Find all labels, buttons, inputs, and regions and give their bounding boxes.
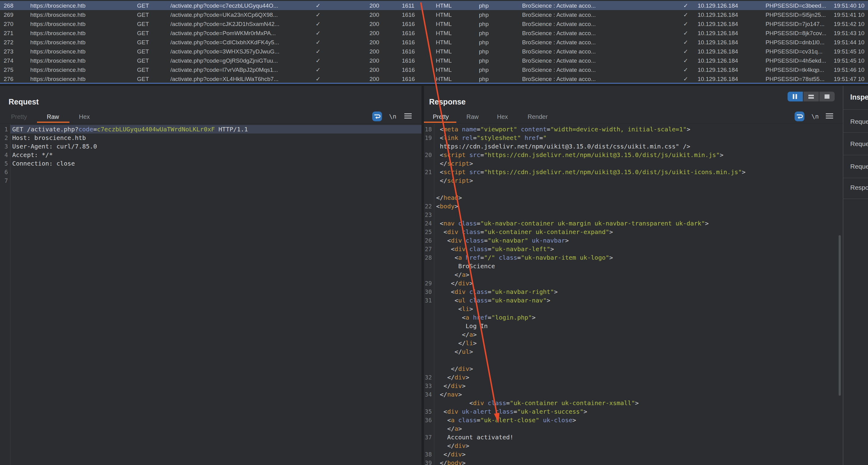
- cell-status: 200: [369, 56, 397, 65]
- cell-status: 200: [369, 1, 397, 10]
- layout-columns-button[interactable]: [787, 92, 803, 101]
- tab-raw[interactable]: Raw: [466, 113, 479, 120]
- line-number: 18: [424, 125, 432, 134]
- line-number: 1: [0, 125, 8, 134]
- line-number: 25: [424, 228, 432, 236]
- word-wrap-button[interactable]: [795, 111, 804, 121]
- line-number: 20: [424, 151, 432, 159]
- cell-params: ✓: [312, 1, 324, 10]
- inspector-section-0[interactable]: Reque: [850, 118, 868, 125]
- tab-render[interactable]: Render: [528, 113, 548, 120]
- code-line: </a>: [436, 330, 476, 339]
- inspector-section-3[interactable]: Respo: [850, 184, 868, 191]
- cell-mime: HTML: [436, 28, 475, 38]
- cell-params: ✓: [312, 10, 324, 19]
- response-gutter-separator: [434, 124, 434, 465]
- tab-hex[interactable]: Hex: [497, 113, 508, 120]
- vertical-splitter[interactable]: [422, 86, 424, 465]
- response-active-tab-underline: [424, 122, 456, 123]
- inspector-divider: [843, 178, 868, 178]
- cell-params: ✓: [312, 65, 324, 74]
- code-line: Connection: close: [12, 159, 75, 168]
- request-active-tab-underline: [37, 122, 69, 123]
- inspector-section-2[interactable]: Reque: [850, 163, 868, 170]
- line-number: 24: [424, 219, 432, 228]
- cell-length: 1616: [402, 10, 432, 19]
- editor-menu-button[interactable]: [826, 113, 833, 119]
- code-line: Host: broscience.htb: [12, 134, 86, 142]
- line-number: 4: [0, 151, 8, 159]
- cell-method: GET: [137, 19, 167, 28]
- inspector-divider: [843, 155, 868, 155]
- line-number: [424, 322, 432, 330]
- history-row-270[interactable]: 270https://broscience.htbGET/activate.ph…: [0, 19, 868, 28]
- cell-tls: ✓: [680, 1, 692, 10]
- cell-num: 270: [4, 19, 28, 28]
- cell-length: 1616: [402, 47, 432, 56]
- cell-title: BroScience : Activate acco...: [522, 19, 678, 28]
- line-number: [424, 339, 432, 347]
- history-row-275[interactable]: 275https://broscience.htbGET/activate.ph…: [0, 65, 868, 74]
- word-wrap-icon: [372, 111, 382, 121]
- layout-stacked-button[interactable]: [803, 92, 819, 101]
- horizontal-splitter[interactable]: [0, 84, 868, 86]
- request-panel: Request PrettyRawHex \n 1GET /activate.p…: [0, 86, 422, 465]
- history-row-276[interactable]: 276https://broscience.htbGET/activate.ph…: [0, 74, 868, 84]
- cell-ip: 10.129.126.184: [698, 10, 762, 19]
- history-row-272[interactable]: 272https://broscience.htbGET/activate.ph…: [0, 38, 868, 47]
- tab-pretty[interactable]: Pretty: [433, 113, 449, 120]
- cell-status: 200: [369, 28, 397, 38]
- show-newlines-button[interactable]: \n: [389, 113, 396, 120]
- line-number: [424, 356, 432, 364]
- code-line: </a>: [436, 270, 469, 279]
- cell-time: 19:51:47 10: [834, 74, 868, 84]
- show-newlines-button[interactable]: \n: [811, 113, 819, 120]
- line-number: 5: [0, 159, 8, 168]
- editor-menu-button[interactable]: [404, 113, 412, 119]
- line-number: [424, 193, 432, 202]
- cell-title: BroScience : Activate acco...: [522, 47, 678, 56]
- code-line: </nav>: [436, 390, 462, 399]
- line-number: [424, 424, 432, 433]
- line-number: 28: [424, 253, 432, 262]
- request-gutter-separator: [10, 124, 10, 465]
- cell-title: BroScience : Activate acco...: [522, 74, 678, 84]
- cell-num: 269: [4, 10, 28, 19]
- tab-hex[interactable]: Hex: [79, 113, 90, 120]
- word-wrap-button[interactable]: [372, 111, 382, 121]
- history-row-269[interactable]: 269https://broscience.htbGET/activate.ph…: [0, 10, 868, 19]
- cell-ext: php: [479, 19, 519, 28]
- cell-ip: 10.129.126.184: [698, 28, 762, 38]
- inspector-divider: [843, 132, 868, 133]
- history-row-268[interactable]: 268https://broscience.htbGET/activate.ph…: [0, 1, 868, 10]
- layout-single-button[interactable]: [819, 92, 835, 101]
- cell-mime: HTML: [436, 1, 475, 10]
- code-line: <a class="uk-alert-close" uk-close>: [436, 416, 576, 424]
- cell-path: /activate.php?code=PomWKMr0rMxPA...: [170, 28, 310, 38]
- line-number: [424, 347, 432, 356]
- inspector-section-1[interactable]: Reque: [850, 140, 868, 147]
- cell-ext: php: [479, 1, 519, 10]
- http-history-table[interactable]: 268https://broscience.htbGET/activate.ph…: [0, 0, 868, 84]
- cell-status: 200: [369, 47, 397, 56]
- cell-cookies: PHPSESSID=tk4kqp...: [766, 65, 832, 74]
- cell-time: 19:51:46 10: [834, 65, 868, 74]
- line-number: [424, 270, 432, 279]
- cell-ext: php: [479, 56, 519, 65]
- history-row-271[interactable]: 271https://broscience.htbGET/activate.ph…: [0, 28, 868, 38]
- code-line: <script src="https://cdn.jsdelivr.net/np…: [436, 168, 745, 176]
- tab-raw[interactable]: Raw: [47, 113, 59, 120]
- tab-pretty[interactable]: Pretty: [11, 113, 27, 120]
- cell-params: ✓: [312, 47, 324, 56]
- response-scrollbar[interactable]: [839, 235, 841, 396]
- cell-time: 19:51:41 10: [834, 10, 868, 19]
- line-number: 3: [0, 142, 8, 151]
- code-line: <div class="uk-navbar-left">: [436, 245, 554, 253]
- code-line: </div>: [436, 441, 469, 450]
- history-row-273[interactable]: 273https://broscience.htbGET/activate.ph…: [0, 47, 868, 56]
- history-row-274[interactable]: 274https://broscience.htbGET/activate.ph…: [0, 56, 868, 65]
- line-number: [424, 399, 432, 407]
- cell-ip: 10.129.126.184: [698, 38, 762, 47]
- cell-cookies: PHPSESSID=8jk7cov...: [766, 28, 832, 38]
- cell-length: 1616: [402, 19, 432, 28]
